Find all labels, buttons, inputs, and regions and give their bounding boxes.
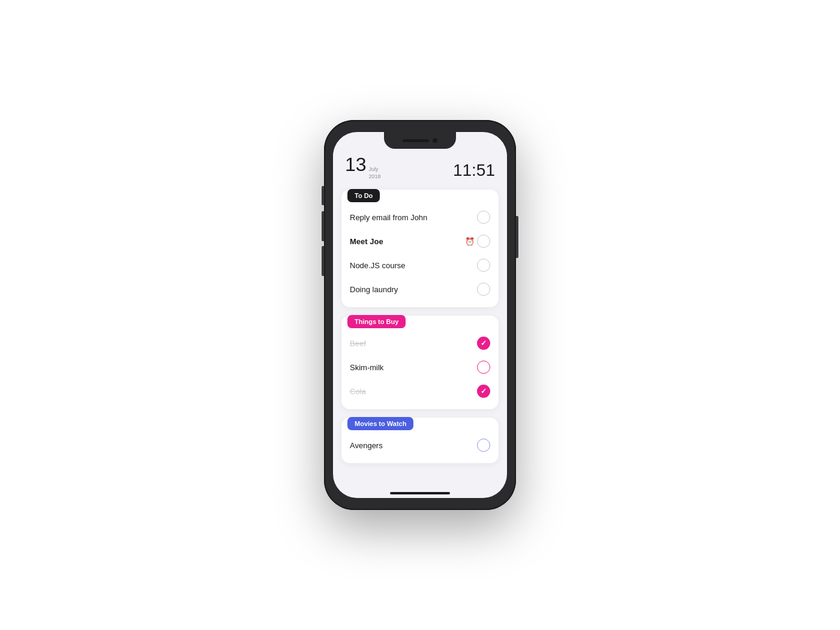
notch-speaker [403,139,429,142]
item-right [477,259,490,272]
date-text: July 2018 [369,166,381,180]
date-month: July [369,166,381,173]
items-todo: Reply email from JohnMeet Joe⏰Node.JS co… [341,203,499,307]
list-item[interactable]: Node.JS course [341,253,499,277]
home-indicator[interactable] [390,492,450,494]
item-label: Reply email from John [350,213,427,222]
power-button[interactable] [516,216,518,258]
checkbox[interactable] [477,361,490,374]
status-date: 13 July 2018 [345,155,381,180]
item-label: Skim-milk [350,363,383,372]
list-item[interactable]: Cola [341,379,499,403]
list-item[interactable]: Beef [341,331,499,355]
item-label: Cola [350,387,366,396]
item-right [477,439,490,452]
items-buy: BeefSkim-milkCola [341,329,499,409]
items-movies: Avengers [341,431,499,463]
alarm-icon: ⏰ [465,237,475,246]
checkbox[interactable] [477,385,490,398]
item-right [477,361,490,374]
list-item[interactable]: Avengers [341,433,499,457]
content-scroll[interactable]: To DoReply email from JohnMeet Joe⏰Node.… [333,185,507,498]
volume-down-button[interactable] [322,246,324,276]
volume-up-button[interactable] [322,211,324,241]
notch-camera [433,138,437,143]
phone-screen: 13 July 2018 11:51 To DoReply email from… [333,132,507,498]
item-label: Node.JS course [350,261,406,270]
item-label: Doing laundry [350,285,398,294]
item-right [477,211,490,224]
checkbox[interactable] [477,235,490,248]
notch [384,132,456,149]
checkbox[interactable] [477,439,490,452]
card-todo: To DoReply email from JohnMeet Joe⏰Node.… [341,190,499,307]
item-label: Beef [350,339,366,348]
card-buy: Things to BuyBeefSkim-milkCola [341,316,499,409]
tag-buy: Things to Buy [347,315,406,328]
item-label: Meet Joe [350,237,383,246]
card-movies: Movies to WatchAvengers [341,418,499,463]
item-right [477,337,490,350]
checkbox[interactable] [477,283,490,296]
item-label: Avengers [350,441,383,450]
status-time: 11:51 [453,161,495,180]
date-number: 13 [345,155,367,174]
list-item[interactable]: Doing laundry [341,277,499,301]
checkbox[interactable] [477,337,490,350]
list-item[interactable]: Meet Joe⏰ [341,229,499,253]
list-item[interactable]: Skim-milk [341,355,499,379]
item-right: ⏰ [465,235,490,248]
checkbox[interactable] [477,259,490,272]
tag-movies: Movies to Watch [347,417,413,430]
tag-todo: To Do [347,189,380,202]
list-item[interactable]: Reply email from John [341,205,499,229]
phone-frame: 13 July 2018 11:51 To DoReply email from… [324,120,516,510]
item-right [477,385,490,398]
checkbox[interactable] [477,211,490,224]
item-right [477,283,490,296]
date-year: 2018 [369,173,381,181]
